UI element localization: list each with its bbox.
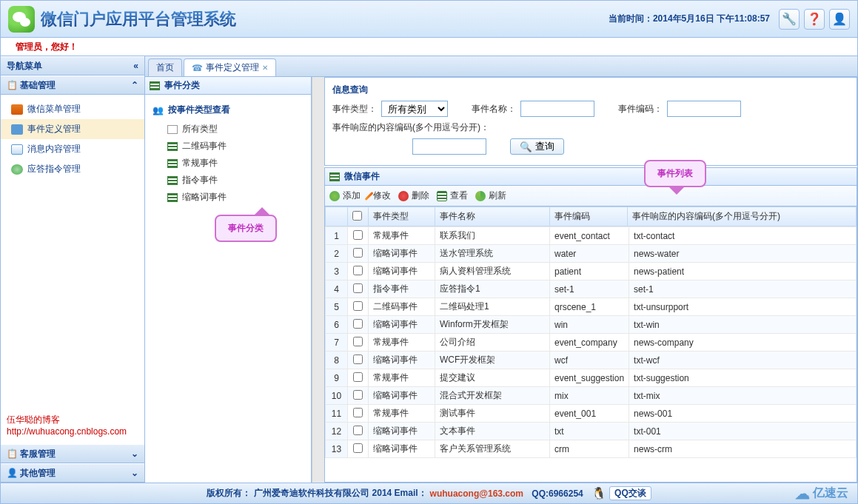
greeting-bar: 管理员，您好！ (1, 38, 857, 56)
table-row[interactable]: 4 指令事件 应答指令1 set-1 set-1 (326, 280, 857, 298)
col-name[interactable]: 事件名称 (435, 207, 550, 226)
query-resp-input[interactable] (412, 138, 486, 155)
cell-type: 缩略词事件 (369, 352, 435, 369)
panel-basic[interactable]: 📋 基础管理 ⌃ (1, 75, 144, 95)
nav-item-cmd[interactable]: 应答指令管理 (1, 159, 144, 179)
query-panel: 信息查询 事件类型： 所有类别 事件名称： 事件编码： (324, 77, 857, 166)
nav-item-event-define[interactable]: 事件定义管理 (1, 119, 144, 139)
tree-item-all[interactable]: 所有类型 (153, 121, 304, 138)
grid-icon (167, 142, 178, 151)
row-checkbox[interactable] (353, 248, 363, 258)
table-row[interactable]: 9 常规事件 提交建议 event_suggestion txt-suggest… (326, 369, 857, 387)
col-resp[interactable]: 事件响应的内容编码(多个用逗号分开) (628, 207, 857, 226)
row-checkbox[interactable] (353, 301, 363, 311)
tree-item-abbr[interactable]: 缩略词事件 (153, 189, 304, 206)
cell-name: WCF开发框架 (435, 352, 550, 369)
footer-qq: QQ:6966254 (532, 488, 583, 499)
cell-resp: news-water (629, 245, 857, 263)
cell-name: 客户关系管理系统 (435, 440, 550, 458)
row-checkbox[interactable] (353, 283, 363, 293)
row-checkbox[interactable] (353, 337, 363, 346)
table-row[interactable]: 5 二维码事件 二维码处理1 qrscene_1 txt-unsurpport (326, 298, 857, 316)
table-row[interactable]: 12 缩略词事件 文本事件 txt txt-001 (326, 423, 857, 440)
tree-group-header[interactable]: 👥 按事件类型查看 (153, 99, 304, 121)
tree-item-cmd[interactable]: 指令事件 (153, 172, 304, 189)
cell-type: 常规事件 (369, 369, 435, 387)
edit-button[interactable]: 修改 (368, 189, 391, 202)
settings-icon[interactable]: 🔧 (779, 9, 800, 30)
row-num: 2 (326, 245, 348, 263)
table-row[interactable]: 1 常规事件 联系我们 event_contact txt-contact (326, 227, 857, 245)
callout-tree: 事件分类 (215, 215, 277, 242)
scrollbar[interactable] (312, 77, 324, 483)
row-num: 3 (326, 263, 348, 280)
query-button[interactable]: 🔍查询 (510, 138, 564, 155)
table-row[interactable]: 3 缩略词事件 病人资料管理系统 patient news-patient (326, 263, 857, 280)
table-row[interactable]: 10 缩略词事件 混合式开发框架 mix txt-mix (326, 387, 857, 405)
table-row[interactable]: 13 缩略词事件 客户关系管理系统 crm news-crm (326, 440, 857, 458)
add-icon (329, 191, 340, 201)
help-icon[interactable]: ❓ (804, 9, 825, 30)
chevron-down-icon: ⌄ (131, 448, 138, 459)
select-all-checkbox[interactable] (352, 211, 362, 221)
table-row[interactable]: 6 缩略词事件 Winform开发框架 win txt-win (326, 316, 857, 334)
table-row[interactable]: 7 常规事件 公司介绍 event_company news-company (326, 334, 857, 352)
row-num: 5 (326, 298, 348, 316)
panel-other[interactable]: 👤 其他管理 ⌄ (1, 463, 144, 483)
refresh-icon (475, 191, 486, 201)
table-row[interactable]: 2 缩略词事件 送水管理系统 water news-water (326, 245, 857, 263)
cell-resp: news-crm (629, 440, 857, 458)
tree-item-qr[interactable]: 二维码事件 (153, 138, 304, 155)
query-code-input[interactable] (667, 101, 741, 117)
collapse-icon[interactable]: « (133, 61, 138, 71)
col-type[interactable]: 事件类型 (369, 207, 435, 226)
delete-button[interactable]: 删除 (398, 189, 429, 202)
left-nav: 导航菜单 « 📋 基础管理 ⌃ 微信菜单管理 事件定义管理 消息内容管理 应答指… (1, 56, 145, 483)
event-icon (11, 124, 23, 135)
panel-service[interactable]: 📋 客服管理 ⌄ (1, 444, 144, 463)
query-name-input[interactable] (520, 101, 594, 117)
footer-email[interactable]: wuhuacong@163.com (430, 488, 523, 499)
row-checkbox[interactable] (353, 443, 363, 453)
col-code[interactable]: 事件编码 (550, 207, 628, 226)
tab-icon: ☎ (192, 63, 203, 73)
row-checkbox[interactable] (353, 426, 363, 435)
table-row[interactable]: 11 常规事件 测试事件 event_001 news-001 (326, 405, 857, 423)
row-checkbox[interactable] (353, 390, 363, 400)
add-button[interactable]: 添加 (329, 189, 361, 202)
cell-code: set-1 (550, 280, 629, 298)
edit-icon (364, 191, 373, 200)
nav-item-msg-content[interactable]: 消息内容管理 (1, 139, 144, 159)
row-checkbox[interactable] (353, 408, 363, 417)
cell-type: 常规事件 (369, 405, 435, 423)
cell-type: 缩略词事件 (369, 316, 435, 334)
refresh-button[interactable]: 刷新 (475, 189, 506, 202)
view-button[interactable]: 查看 (437, 189, 468, 202)
query-type-select[interactable]: 所有类别 (381, 101, 448, 117)
grid-icon (150, 81, 160, 90)
row-checkbox[interactable] (353, 355, 363, 364)
cell-code: qrscene_1 (550, 298, 629, 316)
row-checkbox[interactable] (353, 372, 363, 382)
cell-type: 二维码事件 (369, 298, 435, 316)
row-checkbox[interactable] (353, 266, 363, 275)
cell-code: crm (550, 440, 629, 458)
nav-header[interactable]: 导航菜单 « (1, 56, 144, 75)
nav-item-wechat-menu[interactable]: 微信菜单管理 (1, 99, 144, 119)
row-checkbox[interactable] (353, 230, 363, 240)
grid-panel: 微信事件 添加 修改 删除 查看 刷新 (324, 167, 857, 483)
cell-code: event_001 (550, 405, 629, 423)
tree-item-normal[interactable]: 常规事件 (153, 155, 304, 172)
chevron-up-icon: ⌃ (131, 80, 138, 90)
table-row[interactable]: 8 缩略词事件 WCF开发框架 wcf txt-wcf (326, 352, 857, 369)
row-checkbox[interactable] (353, 319, 363, 329)
cell-resp: txt-mix (629, 387, 857, 405)
close-icon[interactable]: ✕ (262, 64, 268, 72)
search-icon: 🔍 (520, 141, 532, 152)
cell-resp: txt-001 (629, 423, 857, 440)
tab-event-define[interactable]: ☎ 事件定义管理 ✕ (184, 58, 276, 76)
qq-chat-button[interactable]: QQ交谈 (609, 486, 651, 500)
tab-home[interactable]: 首页 (148, 58, 182, 76)
user-icon[interactable]: 👤 (829, 9, 850, 30)
cell-name: 应答指令1 (435, 280, 550, 298)
